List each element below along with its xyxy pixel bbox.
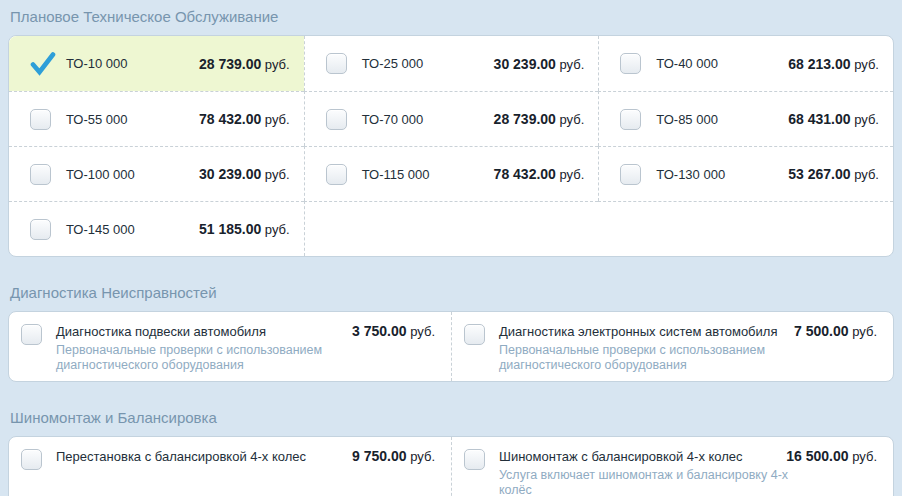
item-label: ТО-10 000 [66, 56, 128, 71]
checkbox[interactable] [21, 449, 42, 470]
checkbox[interactable] [620, 164, 641, 185]
item-to-70-000[interactable]: ТО-70 000 28 739.00 руб. [304, 91, 599, 146]
item-electronic-systems-diagnostics[interactable]: Диагностика электронных систем автомобил… [451, 312, 893, 381]
item-to-55-000[interactable]: ТО-55 000 78 432.00 руб. [9, 91, 304, 146]
item-label: ТО-55 000 [66, 112, 128, 127]
checkbox[interactable] [620, 109, 641, 130]
item-price: 30 239.00 руб. [494, 56, 585, 72]
item-to-10-000[interactable]: ТО-10 000 28 739.00 руб. [9, 36, 304, 91]
checkbox[interactable] [326, 164, 347, 185]
item-body: Диагностика подвески автомобиля 3 750.00… [42, 323, 435, 373]
item-price: 30 239.00 руб. [199, 166, 290, 182]
item-note: Услуга включает шиномонтаж и балансировк… [499, 468, 877, 496]
item-body: Перестановка с балансировкой 4-х колес 9… [42, 448, 435, 464]
checkbox[interactable] [620, 53, 641, 74]
item-label: Шиномонтаж с балансировкой 4-х колес [499, 449, 743, 464]
item-suspension-diagnostics[interactable]: Диагностика подвески автомобиля 3 750.00… [9, 312, 451, 381]
item-price: 3 750.00 руб. [352, 323, 435, 339]
checkbox[interactable] [30, 164, 51, 185]
item-to-85-000[interactable]: ТО-85 000 68 431.00 руб. [598, 91, 893, 146]
item-label: Перестановка с балансировкой 4-х колес [56, 449, 306, 464]
item-price: 68 213.00 руб. [788, 56, 879, 72]
item-price: 51 185.00 руб. [199, 221, 290, 237]
item-price: 28 739.00 руб. [199, 56, 290, 72]
item-price: 7 500.00 руб. [794, 323, 877, 339]
item-to-130-000[interactable]: ТО-130 000 53 267.00 руб. [598, 146, 893, 201]
check-icon [30, 51, 56, 77]
item-label: ТО-40 000 [656, 56, 718, 71]
checkbox[interactable] [30, 219, 51, 240]
section-title-diagnostics: Диагностика Неисправностей [10, 284, 894, 302]
item-price: 16 500.00 руб. [786, 448, 877, 464]
item-price: 78 432.00 руб. [199, 111, 290, 127]
item-price: 53 267.00 руб. [788, 166, 879, 182]
maintenance-panel: ТО-10 000 28 739.00 руб. ТО-25 000 30 23… [8, 35, 894, 257]
section-title-tires: Шиномонтаж и Балансировка [10, 409, 894, 427]
item-price: 28 739.00 руб. [494, 111, 585, 127]
item-label: ТО-25 000 [362, 56, 424, 71]
checkbox[interactable] [326, 53, 347, 74]
item-price: 9 750.00 руб. [352, 448, 435, 464]
empty-cell [598, 201, 893, 256]
item-price: 78 432.00 руб. [494, 166, 585, 182]
tires-panel: Перестановка с балансировкой 4-х колес 9… [8, 436, 894, 496]
item-label: ТО-130 000 [656, 167, 725, 182]
item-to-145-000[interactable]: ТО-145 000 51 185.00 руб. [9, 201, 304, 256]
item-label: Диагностика подвески автомобиля [56, 324, 266, 339]
diagnostics-panel: Диагностика подвески автомобиля 3 750.00… [8, 311, 894, 382]
item-label: ТО-145 000 [66, 222, 135, 237]
item-to-25-000[interactable]: ТО-25 000 30 239.00 руб. [304, 36, 599, 91]
item-to-40-000[interactable]: ТО-40 000 68 213.00 руб. [598, 36, 893, 91]
checkbox[interactable] [464, 324, 485, 345]
checkbox[interactable] [21, 324, 42, 345]
checkbox[interactable] [30, 109, 51, 130]
item-tire-mounting-balancing[interactable]: Шиномонтаж с балансировкой 4-х колес 16 … [451, 437, 893, 496]
item-body: Диагностика электронных систем автомобил… [485, 323, 877, 373]
item-label: ТО-70 000 [362, 112, 424, 127]
item-label: ТО-115 000 [362, 167, 430, 182]
item-label: ТО-85 000 [656, 112, 718, 127]
service-selection-page: Плановое Техническое Обслуживание ТО-10 … [0, 0, 902, 496]
item-price: 68 431.00 руб. [788, 111, 879, 127]
item-to-100-000[interactable]: ТО-100 000 30 239.00 руб. [9, 146, 304, 201]
empty-cell [304, 201, 599, 256]
item-body: Шиномонтаж с балансировкой 4-х колес 16 … [485, 448, 877, 496]
item-wheel-rotation-balancing[interactable]: Перестановка с балансировкой 4-х колес 9… [9, 437, 451, 496]
item-label: ТО-100 000 [66, 167, 135, 182]
checkbox[interactable] [464, 449, 485, 470]
section-title-maintenance: Плановое Техническое Обслуживание [10, 8, 894, 26]
item-to-115-000[interactable]: ТО-115 000 78 432.00 руб. [304, 146, 599, 201]
item-note: Первоначальные проверки с использованием… [499, 343, 877, 373]
checkbox[interactable] [326, 109, 347, 130]
item-note: Первоначальные проверки с использованием… [56, 343, 435, 373]
item-label: Диагностика электронных систем автомобил… [499, 324, 777, 339]
